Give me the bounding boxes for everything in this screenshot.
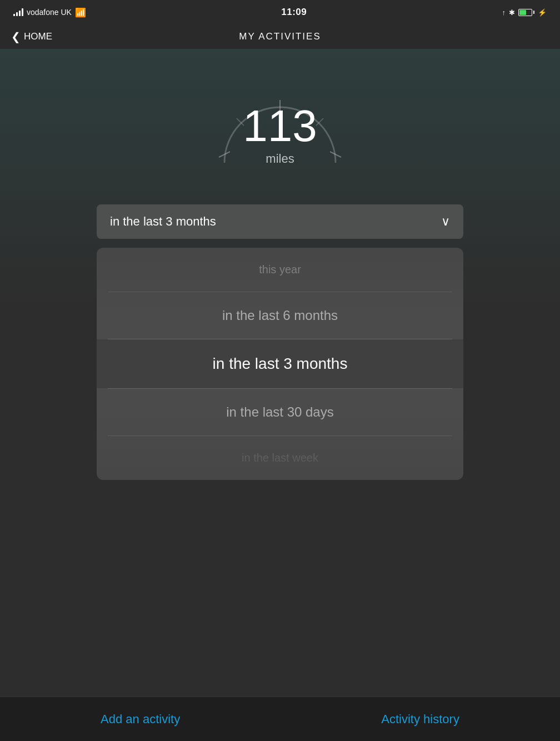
period-selected-label: in the last 3 months — [110, 214, 216, 229]
page-title: MY ACTIVITIES — [239, 31, 321, 42]
tab-bar: Add an activity Activity history — [0, 697, 560, 741]
bluetooth-icon: ✱ — [509, 8, 515, 17]
picker-item-3months[interactable]: in the last 3 months — [97, 339, 463, 388]
main-content: 113 miles in the last 3 months ∨ this ye… — [0, 49, 560, 689]
add-activity-button[interactable]: Add an activity — [84, 707, 197, 732]
carrier-label: vodafone UK — [27, 8, 72, 17]
battery-indicator — [518, 9, 534, 16]
dropdown-chevron-icon: ∨ — [441, 214, 450, 229]
picker-item-30days[interactable]: in the last 30 days — [97, 389, 463, 435]
status-bar: vodafone UK 📶 11:09 ↑ ✱ ⚡ — [0, 0, 560, 24]
back-chevron-icon: ❮ — [11, 30, 21, 43]
distance-unit: miles — [266, 152, 294, 166]
distance-value: 113 — [243, 104, 317, 148]
location-icon: ↑ — [502, 8, 506, 17]
time-display: 11:09 — [281, 7, 307, 18]
period-dropdown[interactable]: in the last 3 months ∨ — [97, 204, 463, 239]
picker-item-6months[interactable]: in the last 6 months — [97, 292, 463, 339]
gauge-container: 113 miles — [202, 66, 358, 188]
nav-bar: ❮ HOME MY ACTIVITIES — [0, 24, 560, 49]
activity-history-button[interactable]: Activity history — [364, 707, 476, 732]
charging-icon: ⚡ — [538, 8, 547, 17]
back-label: HOME — [24, 31, 52, 42]
signal-icon — [13, 8, 23, 16]
picker-item-last-week[interactable]: in the last week — [97, 436, 463, 480]
period-picker[interactable]: this year in the last 6 months in the la… — [97, 248, 463, 480]
status-right: ↑ ✱ ⚡ — [502, 8, 547, 17]
wifi-icon: 📶 — [75, 7, 86, 18]
status-left: vodafone UK 📶 — [13, 7, 86, 18]
back-button[interactable]: ❮ HOME — [11, 30, 52, 43]
picker-item-this-year[interactable]: this year — [97, 248, 463, 292]
